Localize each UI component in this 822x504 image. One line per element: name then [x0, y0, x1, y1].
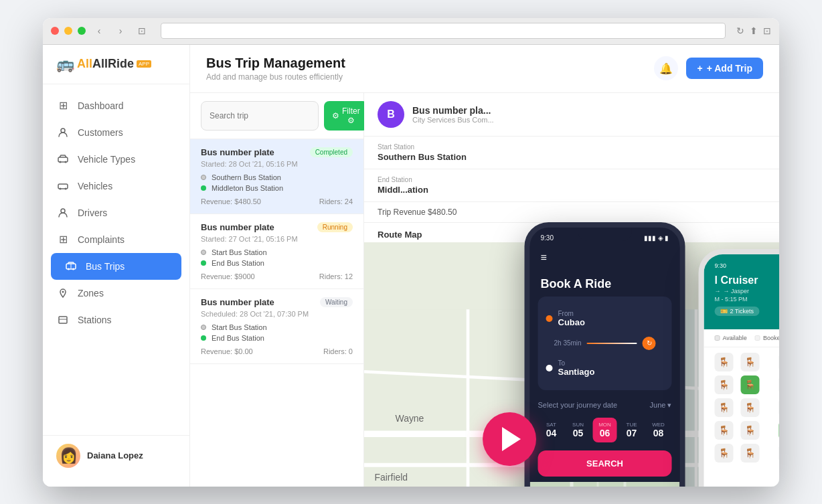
seat-1c[interactable]: 🪑: [778, 353, 779, 371]
seat-3a[interactable]: 🪑: [715, 398, 734, 417]
seat-1b[interactable]: 🪑: [740, 353, 759, 371]
seat-2b[interactable]: 🪑: [740, 375, 759, 394]
route-dot-to: [201, 260, 206, 266]
seat-1a[interactable]: 🪑: [715, 353, 734, 371]
status-badge: Completed: [310, 147, 353, 157]
svg-point-10: [72, 268, 74, 270]
trip-card[interactable]: Bus number plate Waiting Scheduled: 28 O…: [190, 289, 363, 364]
url-bar[interactable]: [161, 23, 726, 39]
trip-card[interactable]: Bus number plate Running Started: 27 Oct…: [190, 214, 363, 289]
sidebar-item-dashboard[interactable]: ⊞ Dashboard: [43, 92, 189, 119]
add-trip-button[interactable]: + + Add Trip: [686, 58, 763, 79]
svg-point-7: [61, 209, 65, 213]
seat-4b[interactable]: 🪑: [740, 421, 759, 440]
seat-grid: 🪑 🪑 🪑 🪑 🪑 🪑: [704, 347, 780, 487]
seat-2c[interactable]: 🪑: [778, 375, 779, 394]
ticket-count: 2 Tickets: [730, 308, 754, 315]
route-to-label: End Bus Station: [212, 334, 264, 342]
date-item-04[interactable]: SAT 04: [540, 418, 564, 442]
sidebar-item-vehicles[interactable]: Vehicles: [43, 173, 189, 199]
minimize-dot[interactable]: [64, 27, 72, 35]
filter-icon: ⚙: [332, 111, 339, 120]
reload-icon[interactable]: ↻: [736, 25, 744, 36]
aisle: [766, 353, 772, 371]
route-to-label: End Bus Station: [212, 259, 264, 267]
logo-icon: 🚌: [56, 56, 74, 73]
date-item-07[interactable]: TUE 07: [620, 418, 644, 442]
legend-dot-available: [715, 335, 720, 341]
seat-3c[interactable]: 🪑: [778, 398, 779, 417]
sidebar-item-zones[interactable]: Zones: [43, 280, 189, 307]
add-trip-label: + Add Trip: [707, 63, 752, 74]
sidebar-item-label: Drivers: [78, 207, 107, 218]
dashboard-icon: ⊞: [56, 99, 70, 112]
sidebar-item-label: Vehicles: [78, 181, 112, 191]
svg-rect-31: [530, 482, 680, 487]
date-item-06-active[interactable]: MON 06: [593, 418, 617, 442]
phone-notch: [578, 228, 632, 241]
from-dot: [546, 315, 553, 322]
date-item-08[interactable]: WED 08: [647, 418, 671, 442]
close-dot[interactable]: [51, 27, 59, 35]
filter-button[interactable]: ⚙ Filter ⚙: [324, 101, 368, 131]
trip-plate: Bus number plate: [201, 147, 274, 157]
seat-5a[interactable]: 🪑: [715, 444, 734, 463]
search-bar: ⚙ Filter ⚙: [190, 93, 363, 139]
seat-2a[interactable]: 🪑: [715, 375, 734, 394]
header-title-area: Bus Trip Management Add and manage bus r…: [206, 56, 345, 82]
search-input[interactable]: [201, 101, 319, 131]
book-ride-title: Book A Ride: [530, 277, 680, 291]
seat-row-3: 🪑 🪑 🪑 🪑: [715, 398, 780, 417]
trip-revenue: Revenue: $9000: [201, 272, 255, 280]
search-button[interactable]: SEARCH: [538, 450, 672, 477]
seat-4a[interactable]: 🪑: [715, 421, 734, 440]
window-icon[interactable]: ⊡: [763, 25, 771, 36]
back-button[interactable]: ‹: [91, 23, 107, 39]
sidebar-nav: ⊞ Dashboard Customers Vehicle Types: [43, 84, 189, 435]
trip-card[interactable]: Bus number plate Completed Started: 28 O…: [190, 139, 363, 214]
complaints-icon: ⊞: [56, 233, 70, 246]
svg-rect-36: [597, 482, 599, 487]
book-ride-header: ≡: [530, 246, 680, 272]
maximize-dot[interactable]: [78, 27, 86, 35]
share-icon[interactable]: ⬆: [750, 25, 758, 36]
svg-rect-34: [570, 482, 574, 487]
sidebar-item-customers[interactable]: Customers: [43, 119, 189, 146]
duration-bar: 2h 35min ↻: [546, 333, 664, 354]
user-name: Daiana Lopez: [87, 450, 143, 460]
ticket-badge: 🎫 2 Tickets: [715, 307, 760, 316]
to-dot: [546, 365, 553, 371]
route-dest: → Jasper: [724, 288, 750, 295]
aisle: [766, 398, 772, 417]
sidebar-item-stations[interactable]: Stations: [43, 307, 189, 333]
to-field: To Santiago: [546, 354, 664, 382]
phone-time: 9:30: [541, 234, 554, 242]
phone-book-ride: 9:30 ▮▮▮ ◈ ▮ ≡ Book A Ride: [525, 222, 685, 487]
bell-icon: 🔔: [659, 62, 673, 75]
route-from-label: Start Bus Station: [212, 248, 267, 256]
notification-button[interactable]: 🔔: [654, 56, 678, 80]
stations-icon: [56, 313, 70, 327]
route-from-label: Southern Bus Station: [212, 173, 281, 181]
sidebar-item-drivers[interactable]: Drivers: [43, 199, 189, 226]
svg-point-6: [65, 187, 67, 189]
sidebar-item-complaints[interactable]: ⊞ Complaints: [43, 226, 189, 253]
route-dot-from: [201, 175, 206, 180]
user-area[interactable]: 👩 Daiana Lopez: [43, 435, 189, 476]
sidebar-item-bus-trips[interactable]: Bus Trips: [51, 253, 181, 280]
seat-4c[interactable]: 🪑: [778, 421, 779, 440]
date-item-05[interactable]: SUN 05: [566, 418, 590, 442]
trip-route: Southern Bus Station Middleton Bus Stati…: [201, 173, 353, 192]
route-dot-from: [201, 250, 206, 255]
legend-booked: Booked: [755, 335, 779, 341]
sidebar-item-vehicle-types[interactable]: Vehicle Types: [43, 146, 189, 173]
sidebar: 🚌 AllAllRide APP ⊞ Dashboard Customers: [43, 45, 190, 487]
play-button[interactable]: [483, 412, 536, 466]
forward-button[interactable]: ›: [112, 23, 129, 39]
bus-trips-icon: [64, 260, 78, 273]
phone-signal-icons: ▮▮▮ ◈ ▮: [644, 234, 669, 242]
sidebar-toggle-button[interactable]: ⊡: [134, 23, 150, 39]
seat-5c[interactable]: 🪑: [778, 444, 779, 463]
seat-5b[interactable]: 🪑: [740, 444, 759, 463]
seat-3b[interactable]: 🪑: [740, 398, 759, 417]
